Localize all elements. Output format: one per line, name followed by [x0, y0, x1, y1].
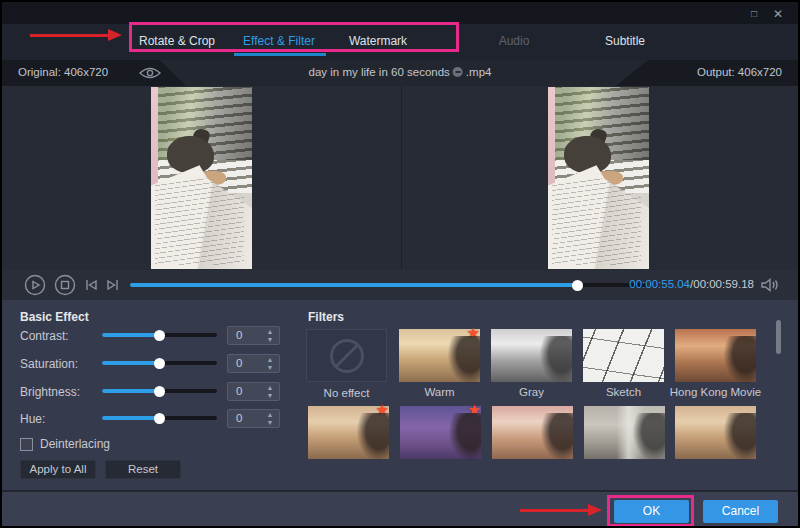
preview-divider	[401, 86, 402, 270]
original-resolution-label: Original: 406x720	[18, 66, 108, 78]
filters-scrollbar[interactable]	[776, 320, 781, 354]
hue-slider[interactable]	[102, 416, 217, 420]
brightness-spinner[interactable]: ▲▼	[265, 384, 275, 400]
filename-edit-icon[interactable]	[453, 67, 463, 77]
info-bar: day in my life in 60 seconds .mp4 Origin…	[2, 60, 798, 86]
seek-bar[interactable]	[130, 283, 647, 287]
saturation-slider[interactable]	[102, 361, 217, 365]
seek-bar-progress	[130, 283, 577, 287]
active-tab-underline	[234, 53, 326, 56]
hue-slider-thumb[interactable]	[154, 413, 165, 424]
time-display: 00:00:55.04/00:00:59.18	[629, 278, 754, 290]
output-resolution-label: Output: 406x720	[697, 66, 782, 78]
volume-icon[interactable]	[760, 277, 780, 293]
current-time: 00:00:55.04	[629, 278, 690, 290]
next-frame-button[interactable]	[104, 274, 122, 296]
output-resolution-panel: Output: 406x720	[616, 60, 798, 86]
titlebar: □ ✕	[2, 2, 798, 24]
brightness-slider-thumb[interactable]	[154, 386, 165, 397]
seek-bar-thumb[interactable]	[572, 280, 583, 291]
brightness-slider[interactable]	[102, 389, 217, 393]
filter-sketch[interactable]: Sketch	[583, 329, 664, 382]
contrast-slider-thumb[interactable]	[154, 330, 165, 341]
no-effect-icon	[330, 339, 364, 373]
star-icon: ★	[468, 402, 481, 417]
star-icon: ★	[376, 402, 389, 417]
video-filename: day in my life in 60 seconds .mp4	[309, 66, 492, 78]
filters-title: Filters	[308, 310, 344, 324]
basic-effect-title: Basic Effect	[20, 310, 89, 324]
filename-text: day in my life in 60 seconds	[309, 66, 450, 78]
contrast-slider[interactable]	[102, 333, 217, 337]
total-time: 00:00:59.18	[693, 278, 754, 290]
footer-bar: OK Cancel	[2, 492, 798, 526]
deinterlacing-label: Deinterlacing	[40, 437, 110, 451]
maximize-icon[interactable]: □	[746, 6, 762, 22]
filter-no-effect[interactable]: No effect	[306, 329, 387, 382]
filter-row2-3[interactable]	[492, 406, 573, 459]
filter-row2-1[interactable]: ★	[308, 406, 389, 459]
output-video-preview	[548, 87, 649, 269]
brightness-value-input[interactable]: 0 ▲▼	[227, 382, 280, 401]
preview-eye-icon[interactable]	[138, 66, 162, 80]
tab-watermark[interactable]: Watermark	[339, 28, 417, 54]
filter-hong-kong-movie[interactable]: Hong Kong Movie	[675, 329, 756, 382]
star-icon: ★	[467, 325, 480, 340]
hue-label: Hue:	[20, 412, 45, 426]
tab-rotate-crop[interactable]: Rotate & Crop	[129, 28, 225, 54]
preview-area	[2, 86, 798, 270]
tab-bar: Rotate & Crop Effect & Filter Watermark …	[2, 24, 798, 60]
filter-gray[interactable]: Gray	[491, 329, 572, 382]
filter-row2-4[interactable]	[584, 406, 665, 459]
saturation-value-input[interactable]: 0 ▲▼	[227, 354, 280, 373]
playback-controls: 00:00:55.04/00:00:59.18	[2, 270, 798, 300]
saturation-spinner[interactable]: ▲▼	[265, 356, 275, 372]
filename-extension: .mp4	[466, 66, 492, 78]
saturation-label: Saturation:	[20, 357, 78, 371]
ok-button[interactable]: OK	[614, 500, 689, 523]
apply-to-all-button[interactable]: Apply to All	[20, 460, 96, 479]
reset-button[interactable]: Reset	[105, 460, 181, 479]
filter-row2-2[interactable]: ★	[400, 406, 481, 459]
original-video-preview	[151, 87, 252, 269]
play-button[interactable]	[24, 274, 46, 296]
filter-warm[interactable]: ★ Warm	[399, 329, 480, 382]
tab-effect-filter[interactable]: Effect & Filter	[233, 28, 325, 54]
dog-silhouette	[564, 136, 610, 172]
deinterlacing-checkbox[interactable]	[20, 438, 33, 451]
saturation-slider-thumb[interactable]	[154, 358, 165, 369]
contrast-value-input[interactable]: 0 ▲▼	[227, 326, 280, 345]
previous-frame-button[interactable]	[82, 274, 100, 296]
hue-spinner[interactable]: ▲▼	[265, 411, 275, 427]
brightness-label: Brightness:	[20, 385, 80, 399]
effect-filter-dialog: □ ✕ Rotate & Crop Effect & Filter Waterm…	[0, 0, 800, 528]
stop-button[interactable]	[54, 274, 76, 296]
tab-subtitle[interactable]: Subtitle	[595, 28, 655, 54]
tab-audio[interactable]: Audio	[489, 28, 540, 54]
contrast-label: Contrast:	[20, 329, 69, 343]
filter-row2-5[interactable]	[675, 406, 756, 459]
hue-value-input[interactable]: 0 ▲▼	[227, 409, 280, 428]
dog-silhouette	[167, 136, 213, 172]
settings-panel: Basic Effect Contrast: 0 ▲▼ Saturation: …	[2, 300, 798, 490]
contrast-spinner[interactable]: ▲▼	[265, 328, 275, 344]
cancel-button[interactable]: Cancel	[703, 500, 778, 523]
close-icon[interactable]: ✕	[770, 6, 786, 22]
